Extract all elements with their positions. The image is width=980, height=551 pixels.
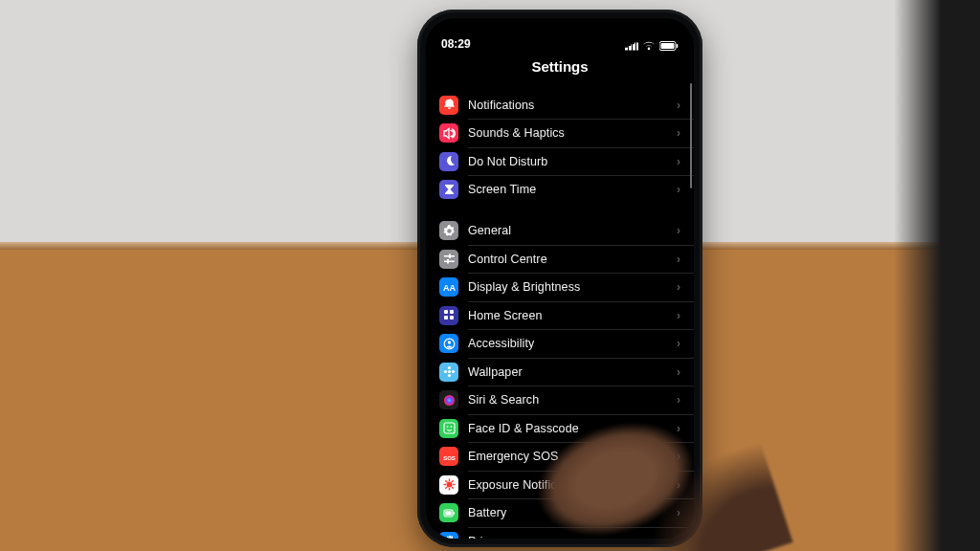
settings-row-controlcentre[interactable]: Control Centre› — [426, 245, 694, 273]
notifications-icon — [439, 96, 458, 115]
settings-row-battery[interactable]: Battery› — [426, 499, 694, 527]
svg-point-14 — [451, 370, 454, 373]
settings-row-homescreen[interactable]: Home Screen› — [426, 301, 694, 329]
sounds-icon — [439, 123, 458, 143]
chevron-right-icon: › — [677, 337, 680, 350]
settings-list[interactable]: Notifications›Sounds & Haptics›Do Not Di… — [426, 77, 694, 539]
svg-point-20 — [446, 482, 452, 488]
chevron-right-icon: › — [677, 365, 680, 379]
chevron-right-icon: › — [677, 450, 680, 463]
exposure-icon — [439, 475, 458, 495]
screentime-icon — [439, 180, 458, 199]
svg-rect-2 — [677, 44, 679, 48]
chevron-right-icon: › — [677, 253, 680, 266]
chevron-right-icon: › — [677, 309, 680, 322]
svg-line-25 — [445, 480, 447, 482]
svg-point-11 — [447, 366, 450, 369]
settings-row-sounds[interactable]: Sounds & Haptics› — [426, 120, 694, 147]
chevron-right-icon: › — [677, 99, 680, 112]
chevron-right-icon: › — [677, 183, 680, 196]
display-notch — [502, 18, 617, 39]
status-indicators — [625, 41, 679, 51]
settings-row-faceid[interactable]: Face ID & Passcode› — [426, 414, 694, 442]
svg-point-13 — [443, 370, 446, 373]
settings-row-label: Sounds & Haptics — [468, 126, 667, 140]
settings-row-siri[interactable]: Siri & Search› — [426, 386, 694, 414]
controlcentre-icon — [439, 250, 458, 269]
svg-rect-7 — [450, 316, 454, 320]
general-icon — [439, 221, 458, 240]
settings-row-label: Battery — [468, 506, 667, 519]
chevron-right-icon: › — [677, 478, 680, 492]
settings-row-label: Siri & Search — [468, 393, 667, 407]
chevron-right-icon: › — [677, 393, 680, 407]
settings-row-wallpaper[interactable]: Wallpaper› — [426, 358, 694, 386]
svg-text:SOS: SOS — [443, 454, 456, 460]
settings-row-notifications[interactable]: Notifications› — [426, 91, 694, 119]
faceid-icon — [439, 419, 458, 438]
svg-rect-6 — [444, 316, 448, 320]
settings-row-label: Notifications — [468, 99, 667, 112]
svg-point-10 — [447, 370, 450, 373]
svg-point-15 — [444, 395, 455, 406]
settings-row-label: Emergency SOS — [468, 450, 667, 463]
status-time: 08:29 — [441, 37, 471, 51]
homescreen-icon — [439, 306, 458, 325]
chevron-right-icon: › — [677, 280, 680, 294]
svg-line-26 — [452, 487, 454, 489]
dnd-icon — [439, 152, 458, 171]
iphone-device: 08:29 Settings Notifications›Sounds & Ha… — [417, 10, 702, 547]
chevron-right-icon: › — [677, 224, 680, 237]
background-object — [894, 0, 980, 551]
settings-row-screentime[interactable]: Screen Time› — [426, 176, 694, 204]
settings-row-dnd[interactable]: Do Not Disturb› — [426, 147, 694, 175]
chevron-right-icon: › — [677, 126, 680, 140]
battery-icon — [659, 41, 679, 51]
svg-point-17 — [446, 426, 448, 428]
sos-icon: SOS — [439, 447, 458, 466]
settings-row-sos[interactable]: SOSEmergency SOS› — [426, 443, 694, 471]
settings-row-exposure[interactable]: Exposure Notifications› — [426, 471, 694, 498]
settings-row-privacy[interactable]: Privacy› — [426, 527, 694, 539]
svg-rect-30 — [453, 512, 455, 515]
wallpaper-icon — [439, 363, 458, 382]
settings-row-label: Accessibility — [468, 337, 667, 350]
accessibility-icon — [439, 334, 458, 353]
svg-rect-4 — [444, 310, 448, 314]
settings-row-general[interactable]: General› — [426, 217, 694, 245]
svg-text:AA: AA — [443, 283, 456, 293]
svg-rect-1 — [661, 43, 675, 49]
settings-group: General›Control Centre›AADisplay & Brigh… — [426, 217, 694, 540]
photo-background: 08:29 Settings Notifications›Sounds & Ha… — [0, 0, 980, 551]
chevron-right-icon: › — [677, 155, 680, 168]
svg-line-27 — [452, 480, 454, 482]
svg-rect-16 — [444, 423, 455, 433]
settings-row-label: Home Screen — [468, 309, 667, 322]
settings-row-display[interactable]: AADisplay & Brightness› — [426, 274, 694, 301]
settings-row-label: Wallpaper — [468, 365, 667, 379]
scroll-indicator — [690, 83, 692, 188]
siri-icon — [439, 390, 458, 409]
settings-row-accessibility[interactable]: Accessibility› — [426, 330, 694, 358]
svg-line-28 — [445, 487, 447, 489]
settings-row-label: Display & Brightness — [468, 280, 667, 294]
svg-rect-31 — [445, 511, 451, 515]
svg-rect-5 — [450, 310, 454, 314]
settings-group: Notifications›Sounds & Haptics›Do Not Di… — [426, 91, 694, 204]
settings-row-label: Control Centre — [468, 253, 667, 266]
svg-point-9 — [447, 341, 450, 343]
wifi-icon — [642, 41, 656, 51]
settings-row-label: Privacy — [468, 535, 667, 540]
battery-icon — [439, 503, 458, 522]
chevron-right-icon: › — [677, 506, 680, 519]
settings-row-label: Exposure Notifications — [468, 478, 667, 492]
display-icon: AA — [439, 277, 458, 297]
settings-row-label: General — [468, 224, 667, 237]
svg-point-18 — [450, 426, 452, 428]
iphone-screen: 08:29 Settings Notifications›Sounds & Ha… — [426, 18, 694, 539]
cellular-icon — [625, 42, 638, 51]
settings-row-label: Screen Time — [468, 183, 667, 196]
chevron-right-icon: › — [677, 535, 680, 540]
privacy-icon — [439, 532, 458, 540]
settings-row-label: Face ID & Passcode — [468, 422, 667, 435]
